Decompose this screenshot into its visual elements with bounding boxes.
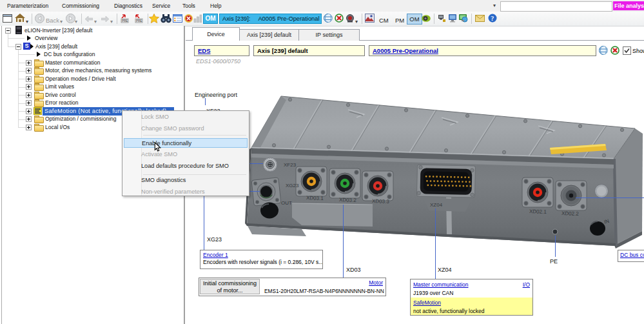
svg-text:XZ04: XZ04 — [430, 202, 443, 208]
svg-text:PRE: PRE — [136, 19, 142, 23]
svg-text:XD03.1: XD03.1 — [306, 195, 324, 201]
svg-text:?: ? — [491, 15, 494, 22]
svg-text:XD03.2: XD03.2 — [339, 197, 357, 203]
svg-text:XD02.2: XD02.2 — [561, 210, 580, 217]
svg-text:PRE: PRE — [122, 19, 128, 23]
svg-text:OUT: OUT — [281, 200, 292, 206]
svg-text:XG23: XG23 — [286, 183, 299, 188]
svg-text:XD03.3: XD03.3 — [372, 198, 390, 205]
svg-text:XF23: XF23 — [284, 162, 297, 168]
svg-text:XD02.1: XD02.1 — [529, 208, 547, 215]
